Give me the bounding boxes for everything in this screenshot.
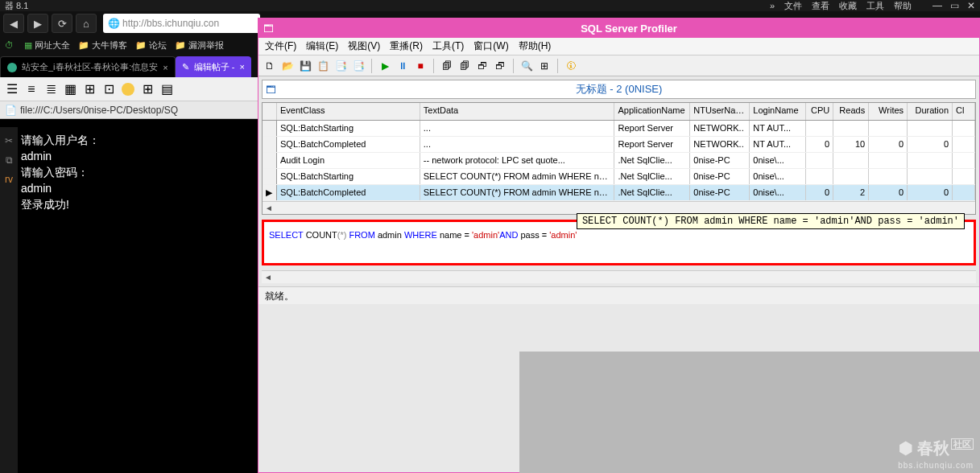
grid-cell xyxy=(806,121,833,136)
grid-cell xyxy=(806,153,833,168)
scroll-left-icon[interactable]: ◄ xyxy=(263,204,275,212)
grid-header-cell[interactable]: ApplicationName xyxy=(614,103,690,120)
tb-4[interactable]: ▦ xyxy=(61,80,79,98)
bookmark-label: 漏洞举报 xyxy=(188,39,224,51)
grid-cell: ... xyxy=(420,137,615,152)
close-icon[interactable]: ✕ xyxy=(967,0,975,11)
grid-header-cell[interactable]: CPU xyxy=(806,103,833,120)
grid-header-cell[interactable]: Cl xyxy=(953,103,975,120)
tb-2[interactable]: ≡ xyxy=(23,80,40,98)
pause-button[interactable]: ⏸ xyxy=(395,58,411,74)
reload-button[interactable]: ⟳ xyxy=(52,14,72,33)
tb-3[interactable]: ≣ xyxy=(42,80,60,98)
grid-header-cell[interactable] xyxy=(263,103,277,120)
rail-1[interactable]: ✂ xyxy=(5,135,13,146)
profiler-menu-item[interactable]: 重播(R) xyxy=(387,39,426,53)
menu-help[interactable]: 帮助 xyxy=(894,0,912,12)
profiler-menu-item[interactable]: 视图(V) xyxy=(345,39,383,53)
sql-token: 'admin' xyxy=(472,230,499,240)
grid-cell xyxy=(869,169,908,184)
scroll-left-icon[interactable]: ◄ xyxy=(262,273,275,282)
trace-doc-title[interactable]: 🗔 无标题 - 2 (0NISE) xyxy=(262,80,976,99)
menu-file[interactable]: 文件 xyxy=(784,0,802,12)
url-bar[interactable]: 🌐 http://bbs.ichunqiu.con xyxy=(103,14,260,33)
tb-new[interactable]: 🗋 xyxy=(262,58,278,74)
table-row[interactable]: SQL:BatchStartingSELECT COUNT(*) FROM ad… xyxy=(263,169,975,185)
tb-12[interactable]: ⊞ xyxy=(536,58,552,74)
table-row[interactable]: Audit Login-- network protocol: LPC set … xyxy=(263,153,975,169)
tb-save[interactable]: 💾 xyxy=(297,58,313,74)
grid-cell: 0nise-PC xyxy=(690,185,750,200)
grid-header-cell[interactable]: Duration xyxy=(908,103,953,120)
table-row[interactable]: ▶SQL:BatchCompletedSELECT COUNT(*) FROM … xyxy=(263,185,975,201)
table-row[interactable]: SQL:BatchCompleted...Report ServerNETWOR… xyxy=(263,137,975,153)
grid-cell: 10 xyxy=(833,137,869,152)
tb-7[interactable]: ⊞ xyxy=(139,80,156,98)
bookmark-item[interactable]: ▦网址大全 xyxy=(24,39,70,51)
stop-button[interactable]: ■ xyxy=(412,58,428,74)
grid-cell: NETWORK.. xyxy=(690,137,750,152)
tab-close-icon[interactable]: × xyxy=(239,62,244,72)
bookmark-item[interactable]: 📁大牛博客 xyxy=(78,39,127,51)
profiler-menu-item[interactable]: 编辑(E) xyxy=(303,39,341,53)
grid-cell: SELECT COUNT(*) FROM admin WHERE na... xyxy=(420,169,615,184)
grid-cell xyxy=(806,169,833,184)
forward-button[interactable]: ▶ xyxy=(27,14,48,33)
help-button[interactable]: 🛈 xyxy=(563,58,579,74)
tb-face[interactable] xyxy=(119,80,137,98)
tb-5[interactable]: 📑 xyxy=(333,58,349,74)
tb-5[interactable]: ⊞ xyxy=(81,80,98,98)
grid-cell: ▶ xyxy=(263,185,277,200)
detail-hscroll[interactable]: ◄ xyxy=(262,270,976,283)
grid-header-cell[interactable]: Reads xyxy=(833,103,869,120)
tab-close-icon[interactable]: × xyxy=(163,63,167,72)
home-button[interactable]: ⌂ xyxy=(76,14,97,33)
hscroll[interactable]: ◄ xyxy=(263,201,975,214)
maximize-icon[interactable]: ▭ xyxy=(950,0,959,11)
grid-cell xyxy=(953,121,975,136)
rail-2[interactable]: ⧉ xyxy=(6,154,13,166)
console-line: 请输入密码： xyxy=(21,164,254,180)
grid-header-cell[interactable]: TextData xyxy=(420,103,615,120)
grid-cell xyxy=(953,185,975,200)
tb-8[interactable]: 🗐 xyxy=(457,58,473,74)
menu-fav[interactable]: 收藏 xyxy=(839,0,857,12)
profiler-window: 🗔 SQL Server Profiler 文件(F)编辑(E)视图(V)重播(… xyxy=(258,18,980,473)
tb-10[interactable]: 🗗 xyxy=(492,58,508,74)
bookmark-item[interactable]: 📁论坛 xyxy=(135,39,167,51)
grid-header[interactable]: EventClassTextDataApplicationNameNTUserN… xyxy=(263,103,975,121)
rail-orange[interactable]: rv xyxy=(5,174,13,185)
grid-header-cell[interactable]: EventClass xyxy=(277,103,420,120)
tb-prop[interactable]: 📋 xyxy=(315,58,331,74)
bookmark-item[interactable]: 📁漏洞举报 xyxy=(175,39,224,51)
profiler-menu-item[interactable]: 工具(T) xyxy=(429,39,467,53)
play-button[interactable]: ▶ xyxy=(377,58,393,74)
grid-header-cell[interactable]: LoginName xyxy=(750,103,806,120)
tb-8[interactable]: ▤ xyxy=(158,80,176,98)
grid-cell xyxy=(833,169,869,184)
profiler-menu-item[interactable]: 窗口(W) xyxy=(470,39,511,53)
tb-6[interactable]: 📑 xyxy=(350,58,366,74)
tb-11[interactable]: 🔍 xyxy=(519,58,535,74)
tb-7[interactable]: 🗐 xyxy=(439,58,455,74)
profiler-titlebar[interactable]: 🗔 SQL Server Profiler xyxy=(258,19,979,38)
back-button[interactable]: ◀ xyxy=(3,14,24,33)
profiler-menu-item[interactable]: 帮助(H) xyxy=(515,39,555,53)
tb-open[interactable]: 📂 xyxy=(279,58,296,74)
minimize-icon[interactable]: — xyxy=(932,0,942,11)
tb-6[interactable]: ⊡ xyxy=(100,80,118,98)
browser-tab[interactable]: ✎编辑帖子 -× xyxy=(176,56,251,77)
bookmark-item[interactable]: ⏱ xyxy=(5,40,16,50)
profiler-menu-item[interactable]: 文件(F) xyxy=(262,39,300,53)
grid-header-cell[interactable]: NTUserName xyxy=(690,103,750,120)
menu-view[interactable]: 查看 xyxy=(812,0,829,12)
menu-more[interactable]: » xyxy=(770,1,775,10)
trace-grid[interactable]: EventClassTextDataApplicationNameNTUserN… xyxy=(262,102,976,215)
tb-1[interactable]: ☰ xyxy=(3,80,21,98)
browser-tab[interactable]: 站安全_i春秋社区-春秋论事:信息安× xyxy=(0,56,176,77)
menu-tools[interactable]: 工具 xyxy=(866,0,884,12)
table-row[interactable]: SQL:BatchStarting...Report ServerNETWORK… xyxy=(263,121,975,137)
tb-9[interactable]: 🗗 xyxy=(474,58,490,74)
grid-cell xyxy=(908,169,953,184)
grid-header-cell[interactable]: Writes xyxy=(869,103,908,120)
